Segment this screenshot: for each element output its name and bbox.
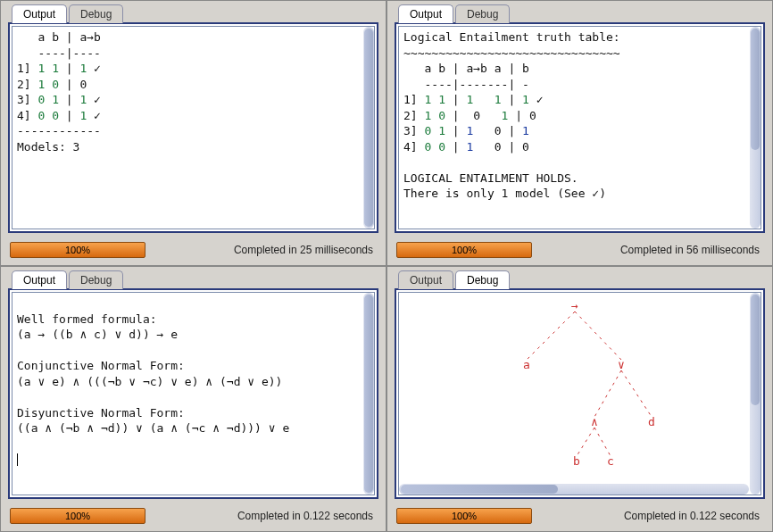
panel-2: Output Debug Logical Entailment truth ta… bbox=[386, 0, 773, 266]
progress-label: 100% bbox=[65, 511, 90, 521]
panel-4: Output Debug →a∨∧dbc 100% Completed in 0… bbox=[386, 266, 773, 532]
tab-row: Output Debug bbox=[391, 270, 769, 289]
progress-label: 100% bbox=[452, 511, 477, 521]
svg-line-0 bbox=[527, 312, 575, 360]
tree-node-and: ∧ bbox=[591, 414, 598, 430]
status-text: Completed in 25 milliseconds bbox=[153, 244, 377, 256]
tab-debug[interactable]: Debug bbox=[455, 270, 510, 289]
tree-node-b: b bbox=[573, 453, 580, 470]
debug-frame: →a∨∧dbc bbox=[395, 288, 765, 499]
tree-node-c: c bbox=[607, 453, 614, 470]
tree-node-or: ∨ bbox=[618, 357, 625, 373]
panel-3: Output Debug Well formed formula: (a → (… bbox=[0, 266, 386, 532]
status-bar: 100% Completed in 25 milliseconds bbox=[4, 238, 382, 262]
status-text: Completed in 56 milliseconds bbox=[539, 244, 763, 256]
status-bar: 100% Completed in 0.122 seconds bbox=[391, 504, 769, 528]
tab-output[interactable]: Output bbox=[398, 270, 453, 289]
tab-debug[interactable]: Debug bbox=[69, 270, 123, 289]
output-text: a b | a→b ----|---- 1] 1 1 | 1 ✓ 2] 1 0 … bbox=[10, 24, 377, 231]
output-frame: a b | a→b ----|---- 1] 1 1 | 1 ✓ 2] 1 0 … bbox=[8, 22, 378, 233]
progress-bar: 100% bbox=[396, 242, 532, 258]
text-cursor bbox=[17, 453, 18, 466]
tab-row: Output Debug bbox=[4, 270, 382, 289]
scrollbar-vertical[interactable] bbox=[363, 293, 374, 495]
progress-label: 100% bbox=[65, 245, 90, 255]
progress-bar: 100% bbox=[396, 508, 532, 524]
tab-row: Output Debug bbox=[391, 4, 769, 23]
scrollbar-horizontal[interactable] bbox=[399, 484, 749, 495]
scrollbar-vertical[interactable] bbox=[363, 27, 374, 229]
output-text: Logical Entailment truth table: ~~~~~~~~… bbox=[396, 24, 763, 231]
tab-debug[interactable]: Debug bbox=[69, 4, 123, 23]
svg-line-4 bbox=[577, 428, 594, 456]
output-frame: Logical Entailment truth table: ~~~~~~~~… bbox=[395, 22, 765, 233]
progress-label: 100% bbox=[452, 245, 477, 255]
tab-output[interactable]: Output bbox=[12, 270, 67, 289]
scrollbar-vertical[interactable] bbox=[750, 293, 761, 495]
scrollbar-vertical[interactable] bbox=[750, 27, 761, 229]
output-text: Well formed formula: (a → ((b ∧ c) ∨ d))… bbox=[10, 290, 377, 497]
status-text: Completed in 0.122 seconds bbox=[153, 510, 377, 522]
svg-line-1 bbox=[575, 312, 621, 360]
tree-view: →a∨∧dbc bbox=[396, 290, 763, 497]
status-bar: 100% Completed in 0.122 seconds bbox=[4, 504, 382, 528]
tree-node-d: d bbox=[648, 414, 655, 430]
tab-output[interactable]: Output bbox=[12, 4, 67, 23]
tab-debug[interactable]: Debug bbox=[455, 4, 510, 23]
svg-line-5 bbox=[594, 428, 611, 456]
tab-output[interactable]: Output bbox=[398, 4, 453, 23]
tree-node-a: a bbox=[523, 357, 530, 373]
status-bar: 100% Completed in 56 milliseconds bbox=[391, 238, 769, 262]
tree-node-root: → bbox=[571, 298, 578, 314]
progress-bar: 100% bbox=[10, 242, 145, 258]
panel-1: Output Debug a b | a→b ----|---- 1] 1 1 … bbox=[0, 0, 386, 266]
tab-row: Output Debug bbox=[4, 4, 382, 23]
status-text: Completed in 0.122 seconds bbox=[539, 510, 763, 522]
progress-bar: 100% bbox=[10, 508, 145, 524]
output-frame: Well formed formula: (a → ((b ∧ c) ∨ d))… bbox=[8, 288, 378, 499]
svg-line-2 bbox=[594, 370, 621, 417]
svg-line-3 bbox=[621, 370, 652, 417]
